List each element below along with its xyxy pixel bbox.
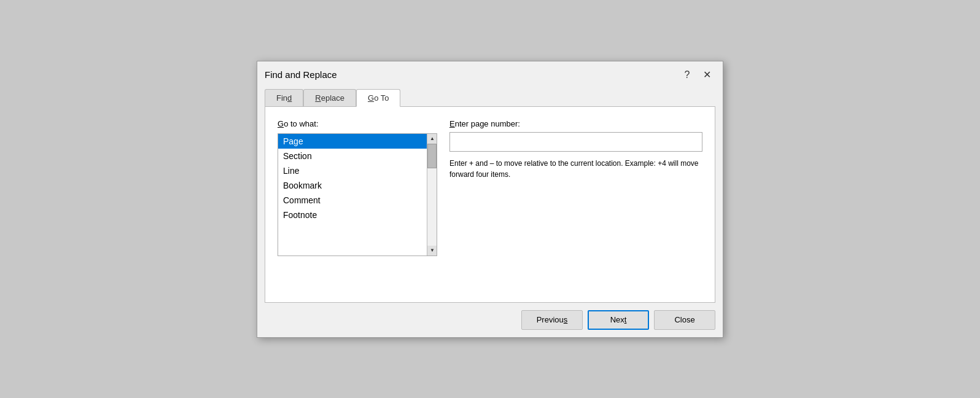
- goto-label-underline: G: [278, 119, 284, 128]
- close-button[interactable]: Close: [654, 310, 715, 330]
- list-item-comment[interactable]: Comment: [278, 193, 427, 208]
- tab-find-label: Find: [276, 93, 292, 103]
- dialog-body: Go to what: Page Section Line Bookmark C…: [265, 106, 715, 303]
- tab-goto-label: Go To: [368, 93, 389, 103]
- find-replace-dialog: Find and Replace ? ✕ Find Replace Go To …: [257, 61, 723, 338]
- tab-goto-underline: G: [368, 93, 374, 103]
- tab-goto[interactable]: Go To: [356, 89, 400, 107]
- title-bar-left: Find and Replace: [265, 69, 337, 80]
- title-bar-right: ? ✕: [679, 66, 715, 84]
- listbox-scrollbar[interactable]: ▲ ▼: [427, 134, 437, 256]
- tab-find-underline: d: [287, 93, 292, 103]
- title-bar: Find and Replace ? ✕: [257, 61, 723, 84]
- hint-text: Enter + and – to move relative to the cu…: [449, 158, 702, 180]
- list-item-line[interactable]: Line: [278, 163, 427, 178]
- tab-replace[interactable]: Replace: [303, 89, 356, 107]
- help-button[interactable]: ?: [679, 66, 696, 84]
- left-panel: Go to what: Page Section Line Bookmark C…: [278, 119, 437, 256]
- list-item-section[interactable]: Section: [278, 149, 427, 163]
- next-underline: t: [624, 315, 627, 324]
- scroll-thumb[interactable]: [427, 144, 437, 168]
- dialog-title: Find and Replace: [265, 69, 337, 80]
- page-number-label-underline: E: [449, 119, 455, 128]
- scroll-thumb-area: [427, 144, 437, 246]
- previous-button[interactable]: Previous: [521, 310, 583, 330]
- page-number-input[interactable]: [449, 132, 702, 152]
- tab-replace-underline: R: [315, 93, 321, 103]
- tabs-bar: Find Replace Go To: [257, 84, 723, 106]
- list-item-bookmark[interactable]: Bookmark: [278, 178, 427, 193]
- close-title-button[interactable]: ✕: [698, 66, 715, 84]
- tab-find[interactable]: Find: [265, 89, 303, 107]
- listbox[interactable]: Page Section Line Bookmark Comment Footn…: [278, 134, 427, 256]
- goto-what-label: Go to what:: [278, 119, 437, 128]
- page-number-label: Enter page number:: [449, 119, 702, 128]
- next-button[interactable]: Next: [588, 310, 649, 330]
- list-item-footnote[interactable]: Footnote: [278, 208, 427, 222]
- listbox-container: Page Section Line Bookmark Comment Footn…: [278, 133, 437, 256]
- dialog-content: Go to what: Page Section Line Bookmark C…: [278, 119, 702, 256]
- right-panel: Enter page number: Enter + and – to move…: [449, 119, 702, 256]
- scroll-down-button[interactable]: ▼: [427, 246, 437, 256]
- tab-replace-label: Replace: [315, 93, 344, 103]
- buttons-bar: Previous Next Close: [257, 303, 723, 337]
- previous-underline: s: [564, 315, 568, 324]
- list-item-page[interactable]: Page: [278, 134, 427, 149]
- scroll-up-button[interactable]: ▲: [427, 134, 437, 144]
